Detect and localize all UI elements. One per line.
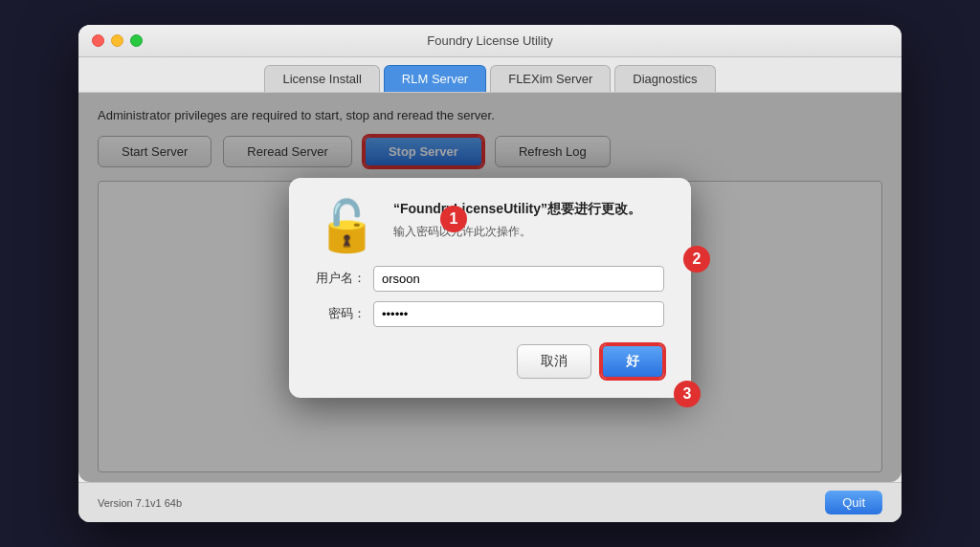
dialog-header: 🔓 “FoundryLicenseUtility”想要进行更改。 输入密码以允许… (316, 201, 664, 251)
step-badge-3: 3 (674, 381, 701, 407)
close-button[interactable] (92, 34, 104, 47)
auth-dialog: 🔓 “FoundryLicenseUtility”想要进行更改。 输入密码以允许… (289, 178, 691, 398)
tab-flexim-server[interactable]: FLEXim Server (490, 65, 611, 92)
ok-button[interactable]: 好 (601, 344, 664, 379)
version-bar: Version 7.1v1 64b Quit (78, 482, 902, 522)
window-title: Foundry License Utility (427, 33, 553, 48)
tab-license-install[interactable]: License Install (264, 65, 379, 92)
maximize-button[interactable] (130, 34, 143, 47)
username-label: 用户名： (316, 270, 366, 287)
traffic-lights (92, 34, 143, 47)
content-area: Administrator privileges are required to… (78, 93, 902, 482)
tabs-bar: License Install RLM Server FLEXim Server… (78, 57, 902, 93)
dialog-form: 用户名： 密码： (316, 266, 664, 327)
main-window: Foundry License Utility License Install … (78, 25, 902, 522)
quit-button[interactable]: Quit (825, 491, 882, 514)
password-row: 密码： (316, 301, 664, 327)
dialog-subtitle: 输入密码以允许此次操作。 (393, 224, 641, 240)
cancel-button[interactable]: 取消 (517, 344, 591, 379)
minimize-button[interactable] (111, 34, 123, 47)
step-badge-2: 2 (683, 246, 710, 273)
dialog-title: “FoundryLicenseUtility”想要进行更改。 (393, 201, 641, 218)
step-badge-1: 1 (440, 206, 467, 232)
lock-icon: 🔓 (316, 201, 378, 251)
password-input[interactable] (373, 301, 664, 327)
username-input[interactable] (373, 266, 664, 292)
version-text: Version 7.1v1 64b (98, 497, 182, 509)
username-row: 用户名： (316, 266, 664, 292)
password-label: 密码： (316, 305, 366, 322)
dialog-text-block: “FoundryLicenseUtility”想要进行更改。 输入密码以允许此次… (393, 201, 641, 240)
titlebar: Foundry License Utility (78, 25, 902, 57)
tab-diagnostics[interactable]: Diagnostics (614, 65, 715, 92)
dialog-buttons: 取消 好 (316, 344, 664, 379)
tab-rlm-server[interactable]: RLM Server (384, 65, 486, 92)
dialog-overlay: 🔓 “FoundryLicenseUtility”想要进行更改。 输入密码以允许… (78, 93, 902, 482)
